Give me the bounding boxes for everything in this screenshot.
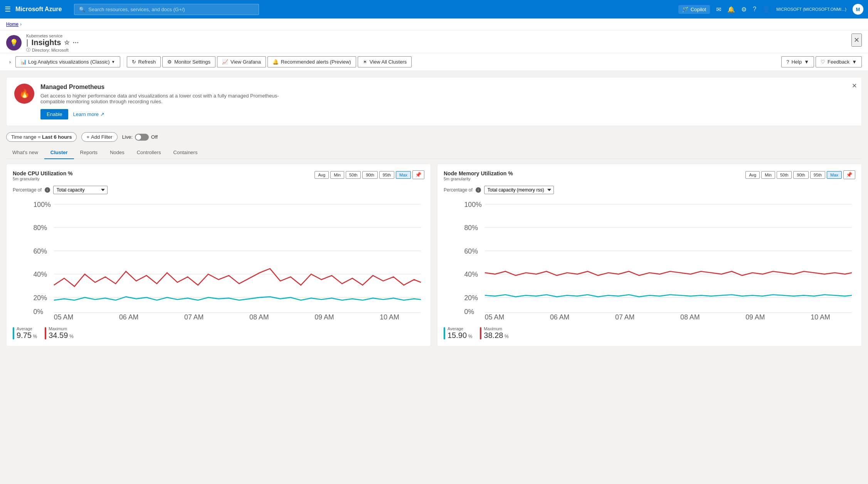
view-selector-button[interactable]: 📊 Log Analytics visualizations (Classic)…	[15, 56, 120, 67]
refresh-button[interactable]: ↻ Refresh	[127, 56, 161, 67]
expand-nav-button[interactable]: ›	[6, 58, 14, 66]
cpu-max-info: Maximum 34.59 %	[49, 326, 73, 340]
managed-prometheus-banner: 🔥 Managed Prometheus Get access to highe…	[6, 77, 862, 126]
memory-max-btn[interactable]: Max	[827, 171, 842, 179]
cpu-chart-card: Node CPU Utilization % 5m granularity Av…	[6, 164, 431, 346]
search-bar[interactable]: 🔍	[74, 4, 259, 15]
settings-icon[interactable]: ⚙	[741, 6, 747, 13]
azure-logo: Microsoft Azure	[15, 6, 62, 13]
mail-icon[interactable]: ✉	[716, 6, 721, 13]
search-icon: 🔍	[79, 7, 85, 12]
breadcrumb-sep: ›	[20, 22, 22, 27]
cpu-pin-button[interactable]: 📌	[412, 170, 424, 179]
avatar[interactable]: M	[853, 4, 863, 15]
view-grafana-button[interactable]: 📈 View Grafana	[217, 56, 266, 67]
memory-chart-svg: 100% 80% 60% 40% 20% 0% 05 AM 06 AM	[444, 197, 855, 321]
external-link-icon: ↗	[100, 111, 104, 117]
tab-controllers[interactable]: Controllers	[131, 146, 167, 159]
memory-avg-btn[interactable]: Avg	[745, 171, 760, 179]
svg-text:05 AM: 05 AM	[485, 313, 504, 321]
tab-cluster[interactable]: Cluster	[44, 146, 74, 159]
learn-more-link[interactable]: Learn more ↗	[73, 111, 104, 117]
cpu-90th-btn[interactable]: 90th	[362, 171, 377, 179]
cpu-95th-btn[interactable]: 95th	[379, 171, 394, 179]
nav-icons: 🪄 Copilot ✉ 🔔 ⚙ ? 👤 MICROSOFT (MICROSOFT…	[678, 4, 863, 15]
banner-close-button[interactable]: ✕	[852, 82, 857, 89]
memory-95th-btn[interactable]: 95th	[810, 171, 825, 179]
cpu-min-btn[interactable]: Min	[330, 171, 344, 179]
close-button[interactable]: ✕	[851, 34, 862, 47]
hamburger-menu[interactable]: ☰	[5, 5, 11, 13]
user-info: MICROSOFT (MICROSOFT.ONMI...)	[776, 7, 846, 12]
banner-description: Get access to higher performance data an…	[40, 93, 291, 104]
memory-50th-btn[interactable]: 50th	[777, 171, 792, 179]
tab-reports[interactable]: Reports	[74, 146, 104, 159]
memory-filter-row: Percentage of i Total capacity (memory r…	[444, 186, 855, 194]
heart-icon: ♡	[821, 59, 825, 65]
cpu-50th-btn[interactable]: 50th	[346, 171, 361, 179]
memory-chart-legend: Average 15.90 % Maximum 38.28 %	[444, 326, 855, 340]
view-grafana-label: View Grafana	[230, 59, 261, 65]
tab-whats-new[interactable]: What's new	[6, 146, 44, 159]
cpu-max-btn[interactable]: Max	[396, 171, 411, 179]
monitor-settings-button[interactable]: ⚙ Monitor Settings	[162, 56, 215, 67]
time-range-button[interactable]: Time range = Last 6 hours	[6, 132, 77, 142]
page-title-divider: |	[26, 38, 29, 47]
memory-chart-title: Node Memory Utilization %	[444, 170, 513, 176]
help-button[interactable]: ? Help ▼	[781, 56, 814, 67]
enable-button[interactable]: Enable	[40, 109, 68, 119]
log-analytics-icon: 📊	[20, 59, 27, 65]
memory-title-area: Node Memory Utilization % 5m granularity	[444, 170, 513, 181]
svg-text:80%: 80%	[464, 224, 478, 232]
monitor-settings-icon: ⚙	[167, 59, 172, 65]
svg-text:100%: 100%	[464, 201, 482, 208]
search-input[interactable]	[88, 7, 254, 12]
cpu-avg-info: Average 9.75 %	[17, 326, 37, 340]
page-title: | Insights ☆ ⋯	[26, 38, 847, 47]
cpu-avg-value-row: 9.75 %	[17, 331, 37, 340]
copilot-icon: 🪄	[682, 7, 688, 12]
svg-text:100%: 100%	[33, 201, 51, 208]
refresh-icon: ↻	[132, 59, 136, 65]
recommended-alerts-button[interactable]: 🔔 Recommended alerts (Preview)	[267, 56, 356, 67]
cpu-avg-btn[interactable]: Avg	[315, 171, 329, 179]
memory-max-legend: Maximum 38.28 %	[480, 326, 508, 340]
memory-90th-btn[interactable]: 90th	[793, 171, 808, 179]
svg-text:05 AM: 05 AM	[54, 313, 73, 321]
home-link[interactable]: Home	[6, 22, 19, 27]
memory-pin-button[interactable]: 📌	[843, 170, 855, 179]
bell-icon[interactable]: 🔔	[727, 6, 735, 13]
cpu-capacity-select[interactable]: Total capacity Allocatable capacity	[53, 186, 108, 194]
help-icon[interactable]: ?	[753, 6, 756, 13]
memory-avg-legend: Average 15.90 %	[444, 326, 472, 340]
tab-containers[interactable]: Containers	[167, 146, 204, 159]
toolbar-right: ? Help ▼ ♡ Feedback ▼	[781, 56, 862, 67]
svg-text:07 AM: 07 AM	[184, 313, 204, 321]
feedback-button[interactable]: ♡ Feedback ▼	[816, 56, 862, 67]
memory-chart-subtitle: 5m granularity	[444, 176, 513, 181]
add-filter-button[interactable]: + Add Filter	[81, 132, 117, 142]
more-options-icon[interactable]: ⋯	[72, 39, 79, 46]
cpu-title-area: Node CPU Utilization % 5m granularity	[13, 170, 73, 181]
memory-info-icon[interactable]: i	[476, 187, 481, 193]
svg-text:09 AM: 09 AM	[315, 313, 334, 321]
memory-max-value-row: 38.28 %	[484, 331, 508, 340]
live-toggle-switch[interactable]	[135, 134, 149, 141]
cpu-avg-legend: Average 9.75 %	[13, 326, 37, 340]
copilot-button[interactable]: 🪄 Copilot	[678, 5, 710, 14]
view-all-clusters-button[interactable]: ☀ View All Clusters	[358, 56, 412, 67]
svg-text:20%: 20%	[464, 294, 478, 302]
feedback-icon[interactable]: 👤	[762, 6, 770, 13]
tab-nodes[interactable]: Nodes	[104, 146, 131, 159]
cpu-info-icon[interactable]: i	[45, 187, 50, 193]
memory-min-btn[interactable]: Min	[761, 171, 775, 179]
cpu-filter-row: Percentage of i Total capacity Allocatab…	[13, 186, 424, 194]
memory-capacity-select[interactable]: Total capacity (memory rss) Total capaci…	[484, 186, 554, 194]
filter-plus-icon: +	[86, 134, 89, 140]
memory-percentage-label: Percentage of	[444, 187, 473, 193]
favorite-star-icon[interactable]: ☆	[64, 39, 69, 46]
live-state: Off	[151, 134, 158, 140]
chevron-down-icon: ▼	[111, 60, 115, 64]
avg-swatch	[13, 327, 14, 339]
cpu-chart-title: Node CPU Utilization %	[13, 170, 73, 176]
